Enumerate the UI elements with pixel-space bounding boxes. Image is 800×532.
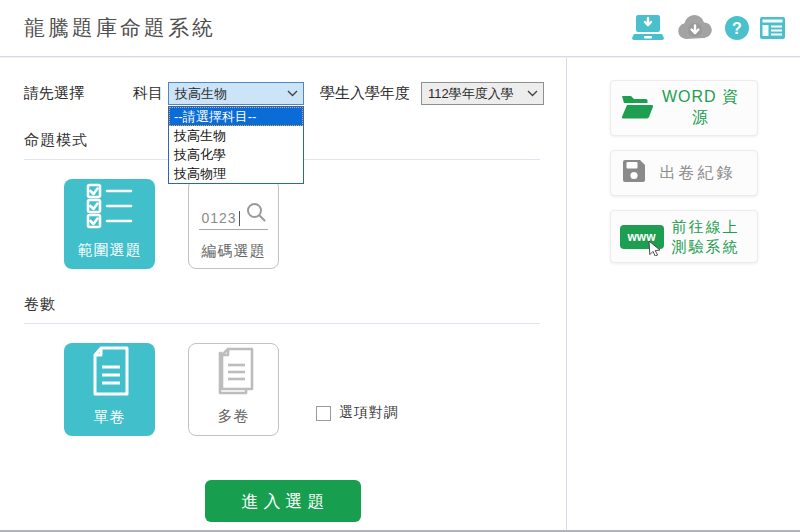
dropdown-option-placeholder[interactable]: --請選擇科目-- [169, 107, 303, 126]
single-document-icon [89, 346, 131, 400]
multi-paper-label: 多卷 [218, 407, 250, 426]
save-icon [620, 157, 648, 189]
single-paper-button[interactable]: 單卷 [64, 343, 155, 436]
online-test-button[interactable]: www 前往線上 測驗系統 [610, 210, 758, 263]
multi-document-icon [210, 343, 258, 399]
main-panel: 請先選擇 科目 技高生物 --請選擇科目-- 技高生物 技高化學 技高物理 學生… [0, 57, 567, 530]
exam-records-label: 出卷紀錄 [648, 163, 748, 184]
enter-selection-button[interactable]: 進入選題 [205, 480, 361, 522]
single-paper-label: 單卷 [94, 408, 126, 427]
papers-heading: 卷數 [24, 295, 566, 314]
prompt-label: 請先選擇 [24, 84, 84, 103]
papers-divider [24, 323, 540, 324]
swap-options-checkbox[interactable]: 選項對調 [316, 404, 399, 422]
chevron-down-icon [527, 90, 538, 97]
subject-select[interactable]: 技高生物 --請選擇科目-- 技高生物 技高化學 技高物理 [168, 82, 304, 105]
year-select-value: 112學年度入學 [428, 85, 514, 103]
www-cursor-icon: www [620, 225, 664, 249]
code-selection-label: 編碼選題 [202, 242, 266, 261]
subject-dropdown: --請選擇科目-- 技高生物 技高化學 技高物理 [168, 106, 304, 184]
swap-options-label: 選項對調 [339, 404, 399, 422]
chevron-down-icon [287, 90, 298, 97]
code-input-value: 0123 [201, 210, 236, 226]
exam-list-icon[interactable] [759, 16, 786, 40]
subject-select-value: 技高生物 [175, 85, 227, 103]
app-title: 龍騰題庫命題系統 [24, 14, 216, 42]
exam-records-button[interactable]: 出卷紀錄 [610, 150, 758, 196]
code-selection-button[interactable]: 0123 編碼選題 [188, 179, 279, 269]
help-icon[interactable]: ? [724, 15, 750, 41]
dropdown-option-physics[interactable]: 技高物理 [169, 164, 303, 183]
checklist-icon [86, 183, 134, 233]
laptop-download-icon[interactable] [630, 13, 666, 43]
app-header: 龍騰題庫命題系統 ? [0, 0, 800, 57]
online-test-line1: 前往線上 [664, 217, 748, 237]
word-resources-label: WORD 資源 [654, 87, 748, 129]
svg-text:?: ? [732, 20, 742, 37]
multi-paper-button[interactable]: 多卷 [188, 343, 279, 436]
header-icons: ? [630, 13, 786, 43]
dropdown-option-chemistry[interactable]: 技高化學 [169, 145, 303, 164]
dropdown-option-biology[interactable]: 技高生物 [169, 126, 303, 145]
word-resources-button[interactable]: WORD 資源 [610, 80, 758, 136]
year-label: 學生入學年度 [320, 84, 410, 103]
subject-label: 科目 [133, 84, 163, 103]
online-test-line2: 測驗系統 [664, 237, 748, 257]
code-input[interactable]: 0123 [199, 202, 267, 230]
sidebar: WORD 資源 出卷紀錄 www 前往線上 測驗系統 [567, 57, 800, 530]
text-caret [239, 211, 240, 226]
folder-icon [620, 92, 654, 124]
year-select[interactable]: 112學年度入學 [421, 82, 544, 105]
checkbox-icon[interactable] [316, 406, 331, 421]
range-selection-button[interactable]: 範圍選題 [64, 179, 155, 269]
cloud-download-icon[interactable] [675, 13, 715, 43]
search-icon[interactable] [246, 202, 266, 226]
online-test-label: 前往線上 測驗系統 [664, 217, 748, 256]
range-selection-label: 範圍選題 [78, 241, 142, 260]
